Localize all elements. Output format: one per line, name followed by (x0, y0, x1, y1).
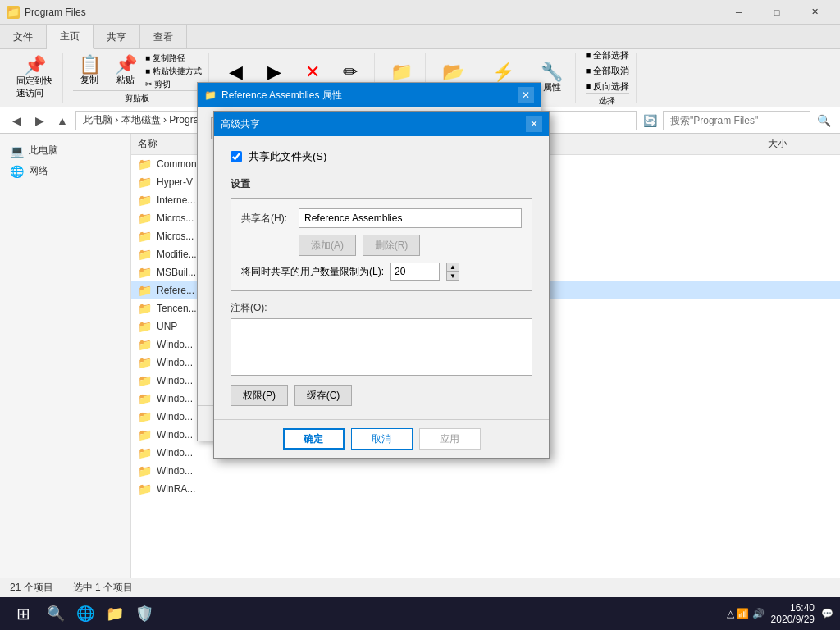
settings-box: 共享名(H): 添加(A) 删除(R) 将同时共享的用户数量限制为(L): ▲ … (231, 198, 532, 291)
advanced-body: 共享此文件夹(S) 设置 共享名(H): 添加(A) 删除(R) 将同时共享的用… (214, 136, 549, 419)
minimize-button[interactable]: ─ (720, 0, 758, 25)
item-count: 21 个项目 (10, 581, 53, 595)
folder-icon: 📁 (138, 428, 152, 441)
properties-title-bar: 📁 Reference Assemblies 属性 ✕ (198, 83, 541, 107)
limit-label: 将同时共享的用户数量限制为(L): (241, 265, 384, 279)
copy-button[interactable]: 📋 复制 (73, 52, 106, 90)
folder-icon: 📁 (138, 266, 152, 279)
paste-shortcut-label: ■ 粘贴快捷方式 (145, 66, 202, 77)
sidebar-label-pc: 此电脑 (29, 144, 58, 158)
clock-time: 16:40 (771, 602, 815, 614)
search-taskbar-icon: 🔍 (47, 605, 65, 623)
title-bar: 📁 Program Files ─ □ ✕ (0, 0, 840, 25)
share-checkbox-row: 共享此文件夹(S) (231, 149, 532, 164)
select-label: 选择 (586, 93, 630, 107)
sidebar-item-network[interactable]: 🌐 网络 (0, 161, 130, 181)
search-taskbar-button[interactable]: 🔍 (43, 600, 69, 627)
sidebar-item-pc[interactable]: 💻 此电脑 (0, 140, 130, 161)
share-name-label: 共享名(H): (241, 212, 299, 226)
folder-icon: 📁 (138, 176, 152, 189)
explorer-button[interactable]: 📁 (102, 600, 128, 627)
limit-input[interactable] (390, 262, 440, 281)
settings-section-label: 设置 (231, 177, 532, 191)
advanced-title-text: 高级共享 (221, 117, 260, 131)
paste-button[interactable]: 📌 粘贴 (109, 52, 142, 90)
pin-icon: 📌 (24, 57, 46, 75)
folder-icon: 📁 (138, 212, 152, 225)
properties-title-text: Reference Assemblies 属性 (221, 89, 342, 103)
copy-to-icon: ▶ (267, 63, 281, 81)
spinner-up-button[interactable]: ▲ (446, 262, 459, 272)
move-icon: ◀ (229, 63, 243, 81)
system-tray-icons: △ 📶 🔊 (727, 608, 765, 619)
open-icon: 📂 (442, 63, 464, 81)
up-button[interactable]: ▲ (52, 111, 72, 130)
properties-close-button[interactable]: ✕ (518, 87, 534, 103)
edge-button[interactable]: 🌐 (72, 600, 98, 627)
advanced-footer: 确定 取消 应用 (214, 419, 549, 458)
list-item[interactable]: 📁WinRA... (131, 480, 840, 498)
folder-icon: 📁 (138, 356, 152, 369)
folder-icon: 📁 (138, 194, 152, 207)
action-buttons-row: 权限(P) 缓存(C) (231, 385, 532, 406)
ribbon-group-clipboard: 📋 复制 📌 粘贴 ■ 复制路径 ■ 粘贴快捷方式 ✂ 剪切 剪贴板 (66, 53, 209, 103)
folder-icon: 📁 (138, 374, 152, 387)
list-item[interactable]: 📁Windo... (131, 462, 840, 480)
edge-icon: 🌐 (76, 605, 94, 623)
ribbon-tab-file[interactable]: 文件 (0, 25, 47, 49)
remove-button[interactable]: 删除(R) (363, 235, 420, 256)
limit-spinner: ▲ ▼ (446, 262, 459, 281)
search-input[interactable] (663, 111, 810, 130)
pc-icon: 💻 (10, 144, 24, 158)
title-bar-buttons: ─ □ ✕ (720, 0, 833, 25)
explorer-icon: 📁 (106, 605, 124, 623)
ribbon-group-select: ■ 全部选择 ■ 全部取消 ■ 反向选择 选择 (579, 53, 637, 103)
advanced-ok-button[interactable]: 确定 (283, 428, 345, 450)
share-name-input[interactable] (299, 208, 522, 228)
taskbar-right: △ 📶 🔊 16:40 2020/9/29 💬 (727, 602, 833, 625)
limit-row: 将同时共享的用户数量限制为(L): ▲ ▼ (241, 262, 522, 281)
notes-label: 注释(O): (231, 301, 532, 315)
share-checkbox-label[interactable]: 共享此文件夹(S) (249, 149, 326, 164)
spinner-down-button[interactable]: ▼ (446, 272, 459, 281)
new-icon: 📁 (390, 63, 413, 81)
share-this-folder-checkbox[interactable] (231, 151, 242, 162)
add-button[interactable]: 添加(A) (299, 235, 356, 256)
clock-date: 2020/9/29 (771, 614, 815, 625)
properties-label: 属性 (543, 81, 561, 94)
advanced-apply-button[interactable]: 应用 (419, 428, 481, 450)
selected-count: 选中 1 个项目 (73, 581, 133, 595)
pin-quick-access-button[interactable]: 📌 固定到快速访问 (13, 53, 56, 103)
search-button[interactable]: 🔍 (814, 111, 833, 130)
refresh-button[interactable]: 🔄 (640, 111, 660, 130)
folder-icon: 📁 (138, 158, 152, 171)
store-button[interactable]: 🛡️ (131, 600, 158, 627)
sidebar-label-network: 网络 (29, 164, 48, 178)
folder-icon: 📁 (138, 410, 152, 423)
forward-button[interactable]: ▶ (30, 111, 49, 130)
paste-icon: 📌 (115, 56, 137, 74)
network-icon: 🌐 (10, 165, 24, 178)
share-name-row: 共享名(H): (241, 208, 522, 228)
advanced-close-button[interactable]: ✕ (526, 116, 542, 132)
folder-icon: 📁 (138, 446, 152, 459)
close-button[interactable]: ✕ (796, 0, 833, 25)
ribbon-tab-home[interactable]: 主页 (47, 25, 94, 49)
header-size: 大小 (768, 137, 833, 151)
notification-icon: 💬 (821, 608, 833, 619)
cache-button[interactable]: 缓存(C) (294, 385, 352, 406)
invert-selection-label: ■ 反向选择 (586, 80, 630, 93)
start-button[interactable]: ⊞ (7, 600, 39, 627)
advanced-sharing-dialog[interactable]: 高级共享 ✕ 共享此文件夹(S) 设置 共享名(H): 添加(A) 删除 (213, 111, 550, 459)
ribbon-tab-share[interactable]: 共享 (94, 25, 140, 49)
permissions-button[interactable]: 权限(P) (231, 385, 288, 406)
copy-path-label: ■ 复制路径 (145, 52, 202, 64)
properties-title-left: 📁 Reference Assemblies 属性 (204, 89, 342, 103)
maximize-button[interactable]: □ (758, 0, 796, 25)
cut-label: ✂ 剪切 (145, 79, 202, 90)
back-button[interactable]: ◀ (7, 111, 26, 130)
ribbon-tab-view[interactable]: 查看 (140, 25, 187, 49)
folder-icon: 📁 (138, 284, 152, 297)
advanced-cancel-button[interactable]: 取消 (351, 428, 413, 450)
notes-textarea[interactable] (231, 318, 532, 376)
